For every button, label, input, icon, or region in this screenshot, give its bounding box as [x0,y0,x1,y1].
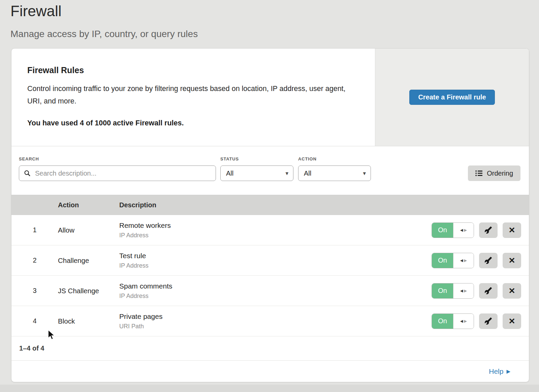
table-row: 4 Block Private pages URI Path On ◂▸ ✕ [11,306,529,336]
edit-rule-button[interactable] [479,283,498,299]
rule-enabled-toggle[interactable]: On ◂▸ [432,313,474,329]
delete-rule-button[interactable]: ✕ [503,313,521,329]
search-filter: SEARCH [19,156,216,181]
create-firewall-rule-button[interactable]: Create a Firewall rule [409,90,495,105]
rule-match-field: URI Path [119,323,432,330]
rule-priority: 1 [11,226,58,234]
usage-note: You have used 4 of 1000 active Firewall … [27,119,355,127]
rules-table-body: 1 Allow Remote workers IP Address On ◂▸ … [11,215,529,336]
rule-description: Remote workers [119,221,432,230]
ordering-button-label: Ordering [487,170,513,177]
page-subtitle: Manage access by IP, country, or query r… [10,29,539,39]
search-box[interactable] [19,165,216,181]
filters-bar: SEARCH STATUS All ▾ ACTION All ▾ [11,146,529,195]
rule-action: Allow [58,226,119,234]
toggle-right-arrow-icon: ▸ [464,318,467,324]
delete-rule-button[interactable]: ✕ [503,283,521,299]
caret-down-icon: ▾ [285,171,288,176]
wrench-icon [484,226,492,234]
rule-description: Spam comments [119,282,432,290]
status-select[interactable]: All ▾ [220,165,293,181]
rule-enabled-toggle[interactable]: On ◂▸ [432,283,474,299]
toggle-right-arrow-icon: ▸ [464,227,467,233]
action-select-value: All [304,170,311,177]
rule-enabled-toggle[interactable]: On ◂▸ [432,253,474,268]
intro-section: Firewall Rules Control incoming traffic … [11,49,529,146]
edit-rule-button[interactable] [479,222,498,238]
toggle-right-arrow-icon: ▸ [464,258,467,263]
toggle-left-arrow-icon: ◂ [460,258,463,263]
rule-description-cell: Spam comments IP Address [119,282,432,300]
page-bottom-strip [0,385,539,392]
close-icon: ✕ [508,287,515,295]
pagination-bar: 1–4 of 4 [11,336,529,361]
rule-description-cell: Test rule IP Address [119,252,432,269]
rule-action: JS Challenge [58,287,119,295]
rule-controls: On ◂▸ ✕ [432,283,529,299]
help-link-label: Help [489,367,503,375]
rule-match-field: IP Address [119,262,432,269]
caret-down-icon: ▾ [363,171,366,176]
toggle-handle: ◂▸ [453,253,474,268]
rule-action: Challenge [58,257,119,265]
rule-action: Block [58,317,119,325]
close-icon: ✕ [508,226,515,234]
rule-description-cell: Remote workers IP Address [119,221,432,239]
rule-enabled-toggle[interactable]: On ◂▸ [432,222,474,238]
rule-match-field: IP Address [119,232,432,239]
edit-rule-button[interactable] [479,313,498,329]
table-row: 3 JS Challenge Spam comments IP Address … [11,276,529,306]
ordering-list-icon [475,170,483,177]
help-arrow-icon: ▶ [506,369,510,374]
toggle-right-arrow-icon: ▸ [464,288,467,294]
delete-rule-button[interactable]: ✕ [503,222,521,238]
toggle-handle: ◂▸ [453,314,474,329]
edit-rule-button[interactable] [479,253,498,268]
page-header: Firewall Manage access by IP, country, o… [0,0,539,39]
action-filter: ACTION All ▾ [298,156,371,181]
search-icon [24,170,31,177]
toggle-on-label: On [432,223,453,238]
toggle-on-label: On [432,253,453,268]
rules-table-header: Action Description [11,195,529,215]
card-description: Control incoming traffic to your zone by… [27,83,352,108]
toggle-left-arrow-icon: ◂ [460,318,463,324]
status-label: STATUS [220,156,293,161]
toggle-on-label: On [432,314,453,329]
rule-description: Private pages [119,312,432,321]
rule-controls: On ◂▸ ✕ [432,253,529,268]
rule-description: Test rule [119,252,432,260]
help-bar: Help ▶ [11,361,529,382]
action-select[interactable]: All ▾ [298,165,371,181]
help-link[interactable]: Help ▶ [489,367,510,375]
toggle-handle: ◂▸ [453,223,474,238]
rule-controls: On ◂▸ ✕ [432,313,529,329]
rule-controls: On ◂▸ ✕ [432,222,529,238]
ordering-button[interactable]: Ordering [468,165,520,181]
close-icon: ✕ [508,257,515,265]
pagination-text: 1–4 of 4 [19,344,44,352]
create-rule-panel: Create a Firewall rule [375,49,529,146]
card-heading: Firewall Rules [27,65,355,75]
search-input[interactable] [34,169,212,178]
rule-priority: 4 [11,317,58,325]
close-icon: ✕ [508,317,515,325]
page-title: Firewall [10,3,539,20]
delete-rule-button[interactable]: ✕ [503,253,521,268]
rule-match-field: IP Address [119,293,432,300]
rule-priority: 2 [11,257,58,264]
search-label: SEARCH [19,156,216,161]
rule-description-cell: Private pages URI Path [119,312,432,330]
wrench-icon [484,287,492,295]
table-row: 2 Challenge Test rule IP Address On ◂▸ ✕ [11,245,529,276]
status-filter: STATUS All ▾ [220,156,293,181]
wrench-icon [484,257,492,264]
description-column-header: Description [119,201,529,209]
intro-text-block: Firewall Rules Control incoming traffic … [11,49,375,146]
firewall-rules-card: Firewall Rules Control incoming traffic … [11,48,529,382]
toggle-left-arrow-icon: ◂ [460,288,463,294]
action-label: ACTION [298,156,371,161]
wrench-icon [484,317,492,325]
toggle-left-arrow-icon: ◂ [460,227,463,233]
table-row: 1 Allow Remote workers IP Address On ◂▸ … [11,215,529,245]
